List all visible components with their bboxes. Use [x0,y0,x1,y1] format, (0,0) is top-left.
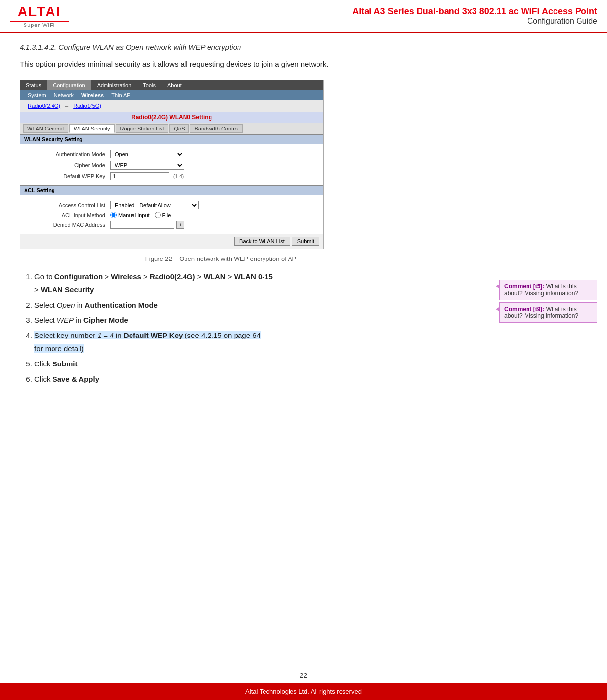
intro-text: This option provides minimal security as… [20,58,422,70]
wep-key-control: (1-4) [110,172,184,180]
acl-file-label: File [162,212,171,218]
acl-form: Access Control List: Enabled - Default A… [20,195,323,234]
nav-tools[interactable]: Tools [137,80,161,90]
footer-text: Altai Technologies Ltd. All rights reser… [245,688,362,695]
access-control-row: Access Control List: Enabled - Default A… [28,201,316,209]
acl-radio-group: Manual Input File [110,212,171,218]
tab-rogue-station[interactable]: Rogue Station List [116,124,169,133]
instr2-authmode: Authentication Mode [85,301,158,309]
header-title-sub: Configuration Guide [83,17,597,26]
nav-about[interactable]: About [161,80,187,90]
acl-input-row: ACL Input Method: Manual Input File [28,212,316,218]
auth-mode-select[interactable]: Open [110,150,184,158]
denied-mac-row: Denied MAC Address: + [28,221,316,229]
subnav-thinap[interactable]: Thin AP [107,91,134,99]
instruction-4: Select key number 1 – 4 in Default WEP K… [34,329,422,355]
denied-mac-input[interactable] [110,221,174,229]
figure-caption: Figure 22 – Open network with WEP encryp… [20,255,422,262]
ui-sub-nav: System Network Wireless Thin AP [20,90,323,100]
wlan-security-form: Authentication Mode: Open Cipher Mode: W… [20,144,323,185]
instr4-wepkey: Default WEP Key [124,331,183,339]
subnav-network[interactable]: Network [50,91,78,99]
tab-wlan-security[interactable]: WLAN Security [69,124,115,133]
instr3-cipher: Cipher Mode [83,316,128,324]
tab-bandwidth[interactable]: Bandwidth Control [190,124,243,133]
submit-button[interactable]: Submit [292,237,319,246]
nav-status[interactable]: Status [20,80,47,90]
nav-configuration[interactable]: Configuration [47,80,91,90]
nav-administration[interactable]: Administration [91,80,137,90]
acl-section-header: ACL Setting [20,185,323,195]
radio-tab-24g[interactable]: Radio0(2.4G) [24,102,64,110]
instructions-list: Go to Configuration > Wireless > Radio0(… [20,270,422,386]
denied-mac-control: + [110,221,184,229]
cipher-mode-row: Cipher Mode: WEP [28,161,316,170]
instr1-wlan015: WLAN 0-15 [234,272,273,281]
acl-file-radio[interactable] [155,212,161,218]
instr4-highlight: Select key number 1 – 4 in Default WEP K… [34,331,261,353]
tab-wlan-general[interactable]: WLAN General [23,124,68,133]
subnav-system[interactable]: System [24,91,50,99]
acl-manual-radio[interactable] [110,212,117,218]
subnav-wireless[interactable]: Wireless [78,91,107,99]
radio-tab-sep: – [64,103,69,109]
denied-mac-label: Denied MAC Address: [28,222,106,228]
acl-manual-label: Manual Input [118,212,150,218]
instr3-wep: WEP [57,316,74,324]
instr2-open: Open [57,301,75,309]
acl-file-option: File [155,212,171,218]
header-title-area: Altai A3 Series Dual-band 3x3 802.11 ac … [83,6,597,26]
ui-nav-bar: Status Configuration Administration Tool… [20,80,323,90]
tab-qos[interactable]: QoS [169,124,189,133]
instr5-submit: Submit [53,360,78,368]
comment-t9-label: Comment [t9]: [504,306,544,312]
wlan-security-section-header: WLAN Security Setting [20,134,323,144]
cipher-mode-control: WEP [110,161,184,170]
add-mac-button[interactable]: + [176,221,184,229]
instr6-save: Save & Apply [53,375,99,383]
logo-sub: Super WiFi [24,22,55,28]
instr1-wlan: WLAN [204,272,226,281]
instr1-wireless: Wireless [111,272,141,281]
radio-tab-5g[interactable]: Radio1(5G) [69,102,105,110]
instr1-wlansec: WLAN Security [41,285,94,294]
page-number: 22 [300,672,308,679]
instr1-radio: Radio0(2.4G) [150,272,195,281]
wep-key-hint: (1-4) [173,174,184,179]
page-header: ALTAI Super WiFi Altai A3 Series Dual-ba… [0,0,607,33]
comment-t5-label: Comment [t5]: [504,283,544,290]
acl-input-control: Manual Input File [110,212,171,218]
comment-area: Comment [t5]: What is this about? Missin… [499,280,597,325]
access-control-select[interactable]: Enabled - Default Allow [110,201,199,209]
access-control-control: Enabled - Default Allow [110,201,199,209]
instruction-1: Go to Configuration > Wireless > Radio0(… [34,270,422,296]
comment-t9: Comment [t9]: What is this about? Missin… [499,302,597,323]
page-footer: Altai Technologies Ltd. All rights reser… [0,683,607,700]
wep-key-input[interactable] [110,172,169,180]
logo-text: ALTAI [18,4,61,20]
instruction-2: Select Open in Authentication Mode [34,298,422,311]
auth-mode-row: Authentication Mode: Open [28,150,316,158]
back-to-wlan-button[interactable]: Back to WLAN List [234,237,290,246]
cipher-mode-select[interactable]: WEP [110,161,184,170]
acl-input-label: ACL Input Method: [28,212,106,218]
wep-key-label: Default WEP Key: [28,173,106,179]
section-heading: 4.1.3.1.4.2. Configure WLAN as Open netw… [20,43,422,51]
ui-buttons-row: Back to WLAN List Submit [20,234,323,249]
instruction-3: Select WEP in Cipher Mode [34,313,422,327]
acl-manual-option: Manual Input [110,212,150,218]
cipher-mode-label: Cipher Mode: [28,162,106,168]
ui-panel-title: Radio0(2.4G) WLAN0 Setting [20,112,323,123]
instr1-config: Configuration [54,272,103,281]
header-title-main: Altai A3 Series Dual-band 3x3 802.11 ac … [83,6,597,17]
logo-area: ALTAI Super WiFi [10,4,69,28]
auth-mode-label: Authentication Mode: [28,151,106,157]
auth-mode-control: Open [110,150,184,158]
main-content: 4.1.3.1.4.2. Configure WLAN as Open netw… [0,33,442,397]
instruction-6: Click Save & Apply [34,372,422,386]
ui-radio-tabs: Radio0(2.4G) – Radio1(5G) [20,100,323,112]
access-control-label: Access Control List: [28,202,106,208]
instr4-keynum: 1 – 4 [97,331,113,339]
ui-tabs-row: WLAN General WLAN Security Rogue Station… [20,123,323,134]
comment-t5: Comment [t5]: What is this about? Missin… [499,280,597,300]
